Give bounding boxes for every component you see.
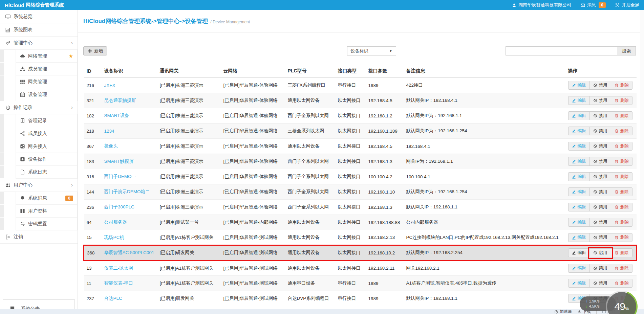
- delete-button[interactable]: 删除: [611, 111, 632, 120]
- favorite-star-icon[interactable]: ★: [69, 53, 73, 59]
- delete-button[interactable]: 删除: [611, 279, 632, 288]
- device-link[interactable]: JXFX: [104, 83, 115, 88]
- sidebar-item-management-center[interactable]: 管理中心›: [0, 37, 78, 50]
- disable-button[interactable]: 禁用: [589, 172, 611, 181]
- device-link[interactable]: 智能仪表-串口: [104, 281, 133, 286]
- add-device-button[interactable]: 新增: [83, 46, 107, 55]
- device-link[interactable]: 昆仑通泰触摸屏: [104, 98, 136, 103]
- edit-icon: [572, 236, 576, 240]
- cell-device-name: 摄像头: [102, 139, 157, 154]
- cell-gateway: [已启用]株洲三菱演示: [157, 124, 221, 139]
- disable-button[interactable]: 禁用: [589, 111, 611, 120]
- delete-button[interactable]: 删除: [611, 264, 632, 273]
- disable-button[interactable]: 禁用: [589, 127, 611, 135]
- delete-button[interactable]: 删除: [611, 203, 632, 211]
- device-link[interactable]: 台达PLC: [104, 296, 122, 301]
- delete-button[interactable]: 删除: [611, 187, 632, 196]
- cell-note: 默认网关IP：192.168.1.1: [404, 291, 565, 306]
- row-action-group: 编辑禁用删除: [568, 157, 632, 166]
- delete-button[interactable]: 删除: [611, 218, 632, 227]
- device-link[interactable]: SMART触摸屏: [104, 159, 134, 164]
- delete-button[interactable]: 删除: [611, 81, 632, 90]
- edit-button[interactable]: 编辑: [568, 157, 590, 166]
- sidebar-item-user-profile[interactable]: 用户资料: [16, 204, 78, 218]
- sidebar-item-system-messages[interactable]: 系统消息0: [16, 192, 78, 205]
- sidebar-item-password-reset[interactable]: 密码重置: [16, 217, 78, 230]
- sidebar-item-member-access[interactable]: 成员接入: [16, 127, 78, 140]
- edit-button[interactable]: 编辑: [568, 187, 590, 196]
- disable-button[interactable]: 禁用: [589, 157, 611, 166]
- delete-button[interactable]: 删除: [611, 233, 632, 242]
- sidebar-item-device-management[interactable]: 设备管理: [16, 88, 78, 101]
- sidebar-item-user-center[interactable]: 用户中心›: [0, 179, 78, 192]
- device-link[interactable]: 西门子300PLC: [104, 204, 134, 209]
- delete-button[interactable]: 删除: [611, 172, 632, 181]
- search-button[interactable]: 搜索: [617, 46, 636, 55]
- disable-button[interactable]: 禁用: [589, 218, 611, 227]
- delete-button[interactable]: 删除: [611, 96, 632, 105]
- disable-button[interactable]: 禁用: [589, 187, 611, 196]
- device-link[interactable]: SMART设备: [104, 113, 129, 118]
- sidebar-item-gateway-access[interactable]: 网关接入: [16, 140, 78, 153]
- device-link[interactable]: 西门子演示DEMO箱二: [104, 189, 150, 194]
- disable-button[interactable]: 禁用: [589, 203, 611, 211]
- edit-button[interactable]: 编辑: [568, 111, 590, 120]
- edit-button[interactable]: 编辑: [568, 142, 590, 151]
- disable-button[interactable]: 禁用: [589, 142, 611, 151]
- cell-cloud-network: [已启用]华辰智通-测试网络: [221, 261, 285, 276]
- sidebar-item-management-records[interactable]: 管理记录: [16, 114, 78, 127]
- cell-interface-param: 1989: [366, 291, 404, 306]
- edit-button[interactable]: 编辑: [568, 81, 590, 90]
- messages-label: 消息: [587, 2, 596, 8]
- device-link[interactable]: 西门子DEMO一: [104, 174, 136, 179]
- edit-button[interactable]: 编辑: [568, 233, 590, 242]
- messages-link[interactable]: 消息 0: [581, 2, 606, 8]
- disable-button[interactable]: 禁用: [589, 264, 611, 273]
- edit-button[interactable]: 编辑: [568, 279, 590, 288]
- disable-button[interactable]: 禁用: [589, 279, 611, 288]
- device-link[interactable]: 华辰智通AC 500PLC001: [104, 250, 154, 255]
- row-action-group: 编辑禁用删除: [568, 142, 632, 151]
- cell-plc-model: 通用以太网设备: [285, 230, 335, 245]
- scrollbar[interactable]: [640, 10, 644, 309]
- edit-button[interactable]: 编辑: [568, 172, 590, 181]
- search-field-select[interactable]: 设备标识 ▼: [347, 46, 396, 55]
- disable-button[interactable]: 禁用: [589, 233, 611, 242]
- sidebar-item-system-overview[interactable]: 系统总览: [0, 10, 78, 23]
- sidebar-item-logout[interactable]: 注销: [0, 230, 78, 244]
- sidebar-item-network-management[interactable]: 网络管理★: [16, 49, 78, 63]
- sidebar-item-device-operations[interactable]: 设备操作: [16, 153, 78, 166]
- statusbar-item-accelerator[interactable]: 加速器: [554, 309, 572, 314]
- edit-button[interactable]: 编辑: [568, 218, 590, 227]
- delete-button-label: 删除: [620, 143, 629, 149]
- cell-cloud-network: [已启用]华辰智通-测试网络: [221, 291, 285, 306]
- edit-button[interactable]: 编辑: [568, 264, 590, 273]
- sidebar-item-system-logs[interactable]: 系统日志: [16, 165, 78, 179]
- disable-button[interactable]: 禁用: [589, 96, 611, 105]
- sidebar-item-member-management[interactable]: 成员管理: [16, 62, 78, 75]
- disable-button[interactable]: 禁用: [589, 81, 611, 90]
- edit-button[interactable]: 编辑: [568, 248, 590, 257]
- sidebar-item-operation-records[interactable]: 操作记录›: [0, 101, 78, 114]
- sidebar-item-system-charts[interactable]: 系统图表: [0, 23, 78, 37]
- sidebar-item-gateway-management[interactable]: 网关管理: [16, 75, 78, 88]
- delete-button[interactable]: 删除: [611, 157, 632, 166]
- company-account[interactable]: 湖南华辰智通科技有限公司: [512, 2, 571, 8]
- fullscreen-toggle[interactable]: 开启全屏: [615, 2, 639, 8]
- edit-button[interactable]: 编辑: [568, 96, 590, 105]
- device-link[interactable]: 现场PC机: [104, 235, 124, 240]
- row-action-group: 编辑禁用删除: [568, 218, 632, 227]
- cell-gateway: [已启用]A1栋客户测试网关: [157, 230, 221, 245]
- enable-button[interactable]: 启用: [589, 248, 611, 257]
- device-link[interactable]: 仪表二-以太网: [104, 266, 133, 271]
- device-link[interactable]: 摄像头: [104, 143, 118, 149]
- delete-button[interactable]: 删除: [611, 127, 632, 135]
- edit-button[interactable]: 编辑: [568, 127, 590, 135]
- delete-button[interactable]: 删除: [611, 248, 632, 257]
- device-link[interactable]: 公司服务器: [104, 220, 127, 225]
- delete-button[interactable]: 删除: [611, 142, 632, 151]
- edit-button[interactable]: 编辑: [568, 203, 590, 211]
- device-link[interactable]: 1234: [104, 129, 114, 134]
- search-input[interactable]: [506, 46, 617, 55]
- edit-icon: [572, 175, 576, 179]
